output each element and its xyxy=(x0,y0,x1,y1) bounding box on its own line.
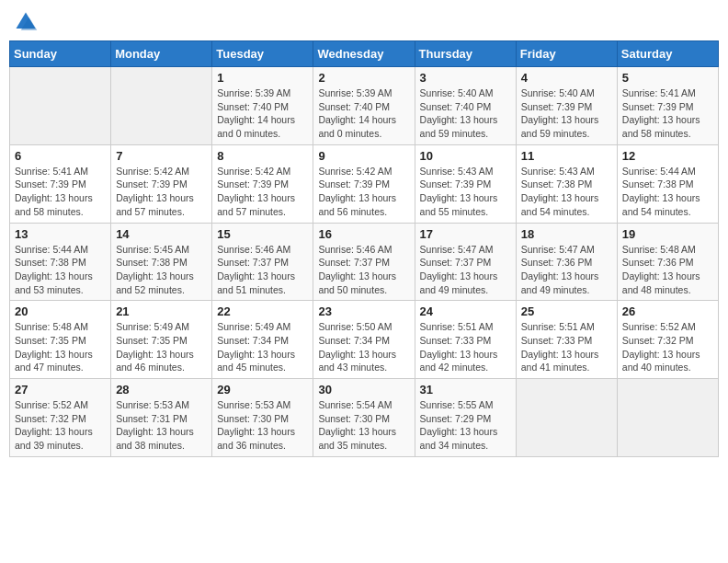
calendar-cell xyxy=(111,67,212,145)
calendar-cell: 22Sunrise: 5:49 AMSunset: 7:34 PMDayligh… xyxy=(212,301,313,379)
day-number: 18 xyxy=(521,227,612,241)
calendar-cell: 5Sunrise: 5:41 AMSunset: 7:39 PMDaylight… xyxy=(617,67,718,145)
weekday-header: Sunday xyxy=(10,41,111,67)
calendar-cell: 1Sunrise: 5:39 AMSunset: 7:40 PMDaylight… xyxy=(212,67,313,145)
day-number: 10 xyxy=(420,149,511,163)
calendar-cell: 19Sunrise: 5:48 AMSunset: 7:36 PMDayligh… xyxy=(617,223,718,301)
day-number: 23 xyxy=(318,304,409,318)
day-number: 19 xyxy=(622,227,713,241)
calendar-cell: 7Sunrise: 5:42 AMSunset: 7:39 PMDaylight… xyxy=(111,144,212,223)
day-number: 24 xyxy=(420,304,511,318)
day-number: 9 xyxy=(318,149,409,163)
day-number: 12 xyxy=(622,149,713,163)
weekday-header: Wednesday xyxy=(313,41,415,67)
day-info: Sunrise: 5:44 AMSunset: 7:38 PMDaylight:… xyxy=(15,243,106,297)
weekday-header: Thursday xyxy=(415,41,516,67)
day-number: 14 xyxy=(116,227,207,241)
calendar-week-row: 27Sunrise: 5:52 AMSunset: 7:32 PMDayligh… xyxy=(10,379,719,457)
day-number: 30 xyxy=(318,383,409,396)
calendar-cell: 29Sunrise: 5:53 AMSunset: 7:30 PMDayligh… xyxy=(212,379,313,457)
day-info: Sunrise: 5:50 AMSunset: 7:34 PMDaylight:… xyxy=(318,320,409,374)
calendar-cell: 11Sunrise: 5:43 AMSunset: 7:38 PMDayligh… xyxy=(516,144,617,223)
calendar-cell: 13Sunrise: 5:44 AMSunset: 7:38 PMDayligh… xyxy=(10,223,111,301)
day-info: Sunrise: 5:48 AMSunset: 7:36 PMDaylight:… xyxy=(622,243,713,297)
weekday-header: Tuesday xyxy=(212,41,313,67)
calendar-cell: 20Sunrise: 5:48 AMSunset: 7:35 PMDayligh… xyxy=(10,301,111,379)
page-header xyxy=(9,9,719,35)
day-info: Sunrise: 5:42 AMSunset: 7:39 PMDaylight:… xyxy=(116,165,207,219)
day-info: Sunrise: 5:46 AMSunset: 7:37 PMDaylight:… xyxy=(217,243,308,297)
calendar-cell: 10Sunrise: 5:43 AMSunset: 7:39 PMDayligh… xyxy=(415,144,516,223)
calendar-week-row: 1Sunrise: 5:39 AMSunset: 7:40 PMDaylight… xyxy=(10,67,719,145)
calendar-cell xyxy=(617,379,718,457)
calendar-week-row: 13Sunrise: 5:44 AMSunset: 7:38 PMDayligh… xyxy=(10,223,719,301)
day-number: 22 xyxy=(217,304,308,318)
day-info: Sunrise: 5:53 AMSunset: 7:31 PMDaylight:… xyxy=(116,398,207,453)
calendar-cell xyxy=(10,67,111,145)
day-number: 7 xyxy=(116,149,207,163)
day-info: Sunrise: 5:53 AMSunset: 7:30 PMDaylight:… xyxy=(217,398,308,453)
calendar-cell: 4Sunrise: 5:40 AMSunset: 7:39 PMDaylight… xyxy=(516,67,617,145)
calendar-cell: 9Sunrise: 5:42 AMSunset: 7:39 PMDaylight… xyxy=(313,144,415,223)
day-info: Sunrise: 5:44 AMSunset: 7:38 PMDaylight:… xyxy=(622,165,713,219)
day-info: Sunrise: 5:40 AMSunset: 7:40 PMDaylight:… xyxy=(420,86,511,141)
day-number: 15 xyxy=(217,227,308,241)
day-info: Sunrise: 5:55 AMSunset: 7:29 PMDaylight:… xyxy=(420,398,511,453)
day-number: 17 xyxy=(420,227,511,241)
day-number: 27 xyxy=(15,383,106,396)
calendar-cell: 27Sunrise: 5:52 AMSunset: 7:32 PMDayligh… xyxy=(10,379,111,457)
day-info: Sunrise: 5:52 AMSunset: 7:32 PMDaylight:… xyxy=(622,320,713,374)
day-info: Sunrise: 5:49 AMSunset: 7:34 PMDaylight:… xyxy=(217,320,308,374)
day-info: Sunrise: 5:51 AMSunset: 7:33 PMDaylight:… xyxy=(521,320,612,374)
day-info: Sunrise: 5:42 AMSunset: 7:39 PMDaylight:… xyxy=(318,165,409,219)
day-number: 28 xyxy=(116,383,207,396)
day-number: 3 xyxy=(420,71,511,85)
calendar-cell: 15Sunrise: 5:46 AMSunset: 7:37 PMDayligh… xyxy=(212,223,313,301)
day-info: Sunrise: 5:49 AMSunset: 7:35 PMDaylight:… xyxy=(116,320,207,374)
day-info: Sunrise: 5:39 AMSunset: 7:40 PMDaylight:… xyxy=(318,86,409,141)
calendar-cell: 8Sunrise: 5:42 AMSunset: 7:39 PMDaylight… xyxy=(212,144,313,223)
day-info: Sunrise: 5:41 AMSunset: 7:39 PMDaylight:… xyxy=(622,86,713,141)
day-number: 1 xyxy=(217,71,308,85)
calendar-cell: 18Sunrise: 5:47 AMSunset: 7:36 PMDayligh… xyxy=(516,223,617,301)
day-info: Sunrise: 5:40 AMSunset: 7:39 PMDaylight:… xyxy=(521,86,612,141)
day-info: Sunrise: 5:47 AMSunset: 7:36 PMDaylight:… xyxy=(521,243,612,297)
day-number: 16 xyxy=(318,227,409,241)
day-info: Sunrise: 5:46 AMSunset: 7:37 PMDaylight:… xyxy=(318,243,409,297)
day-info: Sunrise: 5:54 AMSunset: 7:30 PMDaylight:… xyxy=(318,398,409,453)
weekday-header: Saturday xyxy=(617,41,718,67)
calendar-cell: 31Sunrise: 5:55 AMSunset: 7:29 PMDayligh… xyxy=(415,379,516,457)
calendar-cell: 2Sunrise: 5:39 AMSunset: 7:40 PMDaylight… xyxy=(313,67,415,145)
day-number: 31 xyxy=(420,383,511,396)
day-number: 13 xyxy=(15,227,106,241)
calendar-week-row: 6Sunrise: 5:41 AMSunset: 7:39 PMDaylight… xyxy=(10,144,719,223)
day-number: 2 xyxy=(318,71,409,85)
calendar-table: SundayMondayTuesdayWednesdayThursdayFrid… xyxy=(9,40,719,457)
calendar-cell: 12Sunrise: 5:44 AMSunset: 7:38 PMDayligh… xyxy=(617,144,718,223)
day-number: 11 xyxy=(521,149,612,163)
calendar-cell: 17Sunrise: 5:47 AMSunset: 7:37 PMDayligh… xyxy=(415,223,516,301)
day-number: 29 xyxy=(217,383,308,396)
day-number: 5 xyxy=(622,71,713,85)
calendar-cell: 16Sunrise: 5:46 AMSunset: 7:37 PMDayligh… xyxy=(313,223,415,301)
day-number: 25 xyxy=(521,304,612,318)
calendar-cell: 3Sunrise: 5:40 AMSunset: 7:40 PMDaylight… xyxy=(415,67,516,145)
calendar-cell: 25Sunrise: 5:51 AMSunset: 7:33 PMDayligh… xyxy=(516,301,617,379)
day-number: 4 xyxy=(521,71,612,85)
weekday-header: Friday xyxy=(516,41,617,67)
logo-icon xyxy=(13,9,39,35)
day-number: 20 xyxy=(15,304,106,318)
calendar-cell: 14Sunrise: 5:45 AMSunset: 7:38 PMDayligh… xyxy=(111,223,212,301)
calendar-cell xyxy=(516,379,617,457)
day-info: Sunrise: 5:48 AMSunset: 7:35 PMDaylight:… xyxy=(15,320,106,374)
day-info: Sunrise: 5:39 AMSunset: 7:40 PMDaylight:… xyxy=(217,86,308,141)
calendar-cell: 21Sunrise: 5:49 AMSunset: 7:35 PMDayligh… xyxy=(111,301,212,379)
day-info: Sunrise: 5:43 AMSunset: 7:38 PMDaylight:… xyxy=(521,165,612,219)
calendar-cell: 24Sunrise: 5:51 AMSunset: 7:33 PMDayligh… xyxy=(415,301,516,379)
calendar-cell: 23Sunrise: 5:50 AMSunset: 7:34 PMDayligh… xyxy=(313,301,415,379)
calendar-cell: 6Sunrise: 5:41 AMSunset: 7:39 PMDaylight… xyxy=(10,144,111,223)
calendar-week-row: 20Sunrise: 5:48 AMSunset: 7:35 PMDayligh… xyxy=(10,301,719,379)
calendar-cell: 26Sunrise: 5:52 AMSunset: 7:32 PMDayligh… xyxy=(617,301,718,379)
day-number: 6 xyxy=(15,149,106,163)
day-info: Sunrise: 5:47 AMSunset: 7:37 PMDaylight:… xyxy=(420,243,511,297)
